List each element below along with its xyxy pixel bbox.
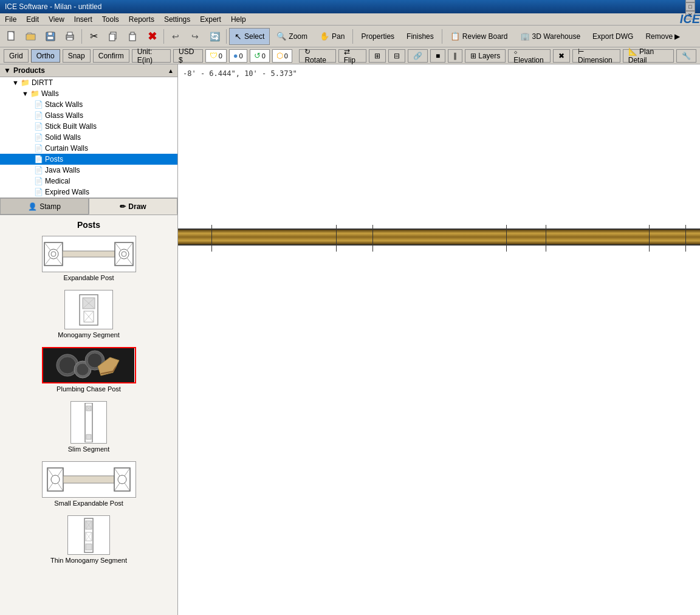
rotate-button[interactable]: ↻ Rotate bbox=[299, 49, 335, 63]
delete-button[interactable]: ✖ bbox=[143, 28, 161, 45]
doc-icon: 📄 bbox=[34, 166, 43, 174]
product-item-slim-segment[interactable]: Slim Segment bbox=[5, 401, 173, 453]
open-button[interactable] bbox=[22, 28, 40, 45]
zoom-button[interactable]: 🔍 Zoom bbox=[271, 28, 313, 45]
tree-item-dirtt[interactable]: ▼ 📁 DIRTT bbox=[0, 77, 177, 88]
dimension-button[interactable]: ⊢ Dimension bbox=[572, 49, 620, 63]
select-icon: ↖ bbox=[235, 32, 242, 41]
zoom-icon: 🔍 bbox=[276, 32, 286, 41]
app-logo: ICE bbox=[680, 12, 700, 26]
tree-item-glass-walls[interactable]: 📄 Glass Walls bbox=[0, 110, 177, 121]
tree-item-java-walls[interactable]: 📄 Java Walls bbox=[0, 165, 177, 176]
menu-tools[interactable]: Tools bbox=[97, 13, 124, 25]
titlebar: ICE Software - Milan - untitled ─ □ ✕ bbox=[0, 0, 700, 13]
tree-item-posts[interactable]: 📄 Posts bbox=[0, 154, 177, 165]
pan-button[interactable]: ✋ Pan bbox=[314, 28, 350, 45]
finishes-button[interactable]: Finishes bbox=[401, 28, 439, 45]
tree-folder-icon: ▼ bbox=[12, 79, 19, 86]
menu-settings[interactable]: Settings bbox=[159, 13, 195, 25]
plumbing-chase-post-thumb[interactable] bbox=[42, 347, 136, 383]
expandable-post-thumb[interactable] bbox=[42, 236, 136, 272]
svg-rect-3 bbox=[48, 32, 52, 35]
ortho-button[interactable]: Ortho bbox=[31, 49, 60, 63]
menu-expert[interactable]: Expert bbox=[195, 13, 226, 25]
tree-view[interactable]: ▼ Products ▲ ▼ 📁 DIRTT ▼ 📁 Walls 📄 Stack… bbox=[0, 64, 177, 198]
thin-monogamy-segment-thumb[interactable] bbox=[67, 515, 110, 555]
cut-button[interactable]: ✂ bbox=[84, 28, 103, 45]
redo-button[interactable]: ↪ bbox=[186, 28, 204, 45]
export-dwg-button[interactable]: Export DWG bbox=[587, 28, 639, 45]
new-button[interactable] bbox=[2, 28, 21, 45]
draw-label: Draw bbox=[128, 202, 146, 211]
maximize-button[interactable]: □ bbox=[685, 2, 695, 11]
warehouse-button[interactable]: 🏢 3D Warehouse bbox=[515, 28, 586, 45]
slim-segment-thumb[interactable] bbox=[70, 401, 107, 444]
doc-icon: 📄 bbox=[34, 177, 43, 185]
refresh-button[interactable]: 🔄 bbox=[205, 28, 224, 45]
menu-file[interactable]: File bbox=[0, 13, 21, 25]
tree-item-label: Glass Walls bbox=[45, 111, 83, 120]
tree-item-solid-walls[interactable]: 📄 Solid Walls bbox=[0, 132, 177, 143]
small-expandable-post-thumb[interactable] bbox=[42, 461, 136, 498]
left-panel: ▼ Products ▲ ▼ 📁 DIRTT ▼ 📁 Walls 📄 Stack… bbox=[0, 64, 178, 615]
draw-tab[interactable]: ✏ Draw bbox=[89, 198, 177, 215]
svg-rect-10 bbox=[129, 34, 136, 41]
tree-scroll-up[interactable]: ▲ bbox=[168, 67, 174, 74]
line-button[interactable]: ∥ bbox=[448, 49, 462, 63]
stamp-tab[interactable]: 👤 Stamp bbox=[0, 198, 89, 215]
undo-button[interactable]: ↩ bbox=[166, 28, 185, 45]
link-button[interactable]: 🔗 bbox=[408, 49, 428, 63]
product-item-small-expandable-post[interactable]: Small Expandable Post bbox=[5, 461, 173, 507]
save-button[interactable] bbox=[41, 28, 60, 45]
confirm-button[interactable]: Confirm bbox=[93, 49, 129, 63]
print-button[interactable] bbox=[61, 28, 79, 45]
align-button[interactable]: ⊞ bbox=[369, 49, 386, 63]
wrench-button[interactable]: 🔧 bbox=[676, 49, 696, 63]
product-item-thin-monogamy-segment[interactable]: Thin Monogamy Segment bbox=[5, 515, 173, 564]
tree-item-expired-walls[interactable]: 📄 Expired Walls bbox=[0, 187, 177, 198]
tree-item-stack-walls[interactable]: 📄 Stack Walls bbox=[0, 99, 177, 110]
tree-item-curtain-walls[interactable]: 📄 Curtain Walls bbox=[0, 143, 177, 154]
counter-3: ↺ 0 bbox=[250, 49, 270, 63]
tree-item-label: Solid Walls bbox=[45, 133, 81, 142]
tree-item-walls[interactable]: ▼ 📁 Walls bbox=[0, 88, 177, 99]
paste-button[interactable] bbox=[123, 28, 142, 45]
tree-item-label: Curtain Walls bbox=[45, 144, 88, 153]
product-section-title: Posts bbox=[5, 220, 173, 230]
grid-button[interactable]: Grid bbox=[4, 49, 29, 63]
expandable-post-label: Expandable Post bbox=[63, 274, 114, 281]
distribute-button[interactable]: ⊟ bbox=[388, 49, 405, 63]
svg-rect-39 bbox=[86, 435, 91, 439]
wall-tick-3 bbox=[372, 225, 373, 252]
menu-insert[interactable]: Insert bbox=[69, 13, 97, 25]
counter-1-value: 0 bbox=[219, 52, 222, 60]
x-button[interactable]: ✖ bbox=[553, 49, 570, 63]
product-item-monogamy-segment[interactable]: Monogamy Segment bbox=[5, 290, 173, 338]
doc-icon: 📄 bbox=[34, 100, 43, 109]
product-item-plumbing-chase-post[interactable]: Plumbing Chase Post bbox=[5, 347, 173, 393]
product-item-expandable-post[interactable]: Expandable Post bbox=[5, 236, 173, 281]
elevation-button[interactable]: ⬦ Elevation bbox=[508, 49, 551, 63]
menu-help[interactable]: Help bbox=[226, 13, 251, 25]
copy-button[interactable] bbox=[104, 28, 122, 45]
tree-collapse-icon: ▼ bbox=[4, 66, 11, 75]
review-board-button[interactable]: 📋 Review Board bbox=[445, 28, 513, 45]
properties-button[interactable]: Properties bbox=[355, 28, 400, 45]
remove-button[interactable]: Remove ▶ bbox=[640, 28, 685, 45]
product-panel[interactable]: Posts bbox=[0, 215, 177, 615]
monogamy-segment-thumb[interactable] bbox=[64, 290, 113, 329]
menu-reports[interactable]: Reports bbox=[124, 13, 159, 25]
svg-rect-7 bbox=[67, 38, 73, 40]
menu-view[interactable]: View bbox=[44, 13, 69, 25]
flip-button[interactable]: ⇄ Flip bbox=[338, 49, 366, 63]
select-button[interactable]: ↖ Select bbox=[229, 28, 270, 45]
layers-button[interactable]: ⊞ Layers bbox=[465, 49, 506, 63]
menu-edit[interactable]: Edit bbox=[21, 13, 44, 25]
canvas-area[interactable]: -8' - 6.444", 10' - 5.373" bbox=[178, 64, 700, 615]
tree-item-medical[interactable]: 📄 Medical bbox=[0, 176, 177, 187]
tree-item-stick-built-walls[interactable]: 📄 Stick Built Walls bbox=[0, 121, 177, 132]
snap-button[interactable]: Snap bbox=[63, 49, 91, 63]
export-dwg-label: Export DWG bbox=[592, 32, 633, 41]
plan-detail-button[interactable]: 📐 Plan Detail bbox=[623, 49, 674, 63]
square-button[interactable]: ■ bbox=[430, 49, 445, 63]
